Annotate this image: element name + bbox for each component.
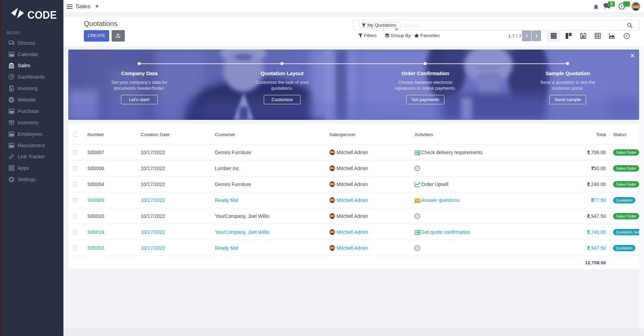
svg-text:$: $ [10, 86, 11, 88]
